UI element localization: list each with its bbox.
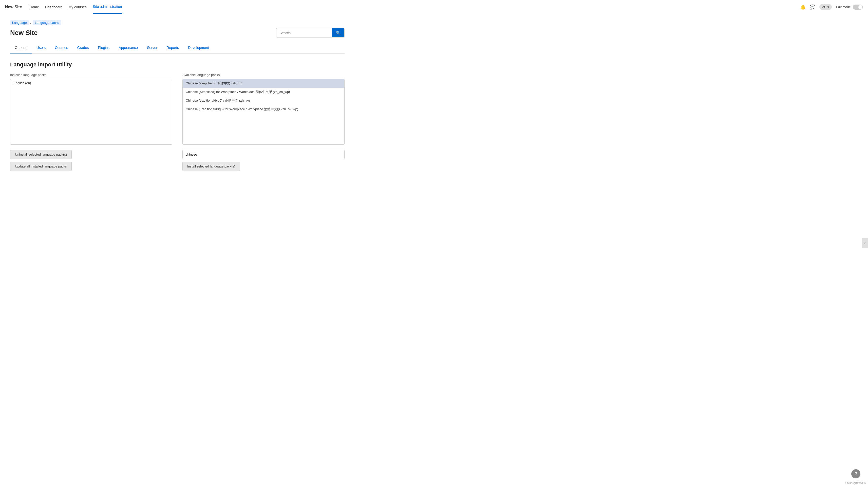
available-controls: Install selected language pack(s) [182, 150, 345, 171]
search-button[interactable]: 🔍 [332, 28, 344, 37]
buttons-row: Uninstall selected language pack(s) Upda… [10, 150, 345, 171]
tab-plugins[interactable]: Plugins [93, 42, 114, 54]
available-listbox[interactable]: Chinese (simplified) / 简体中文 (zh_cn) Chin… [182, 79, 345, 145]
breadcrumb: Language / Language packs [10, 20, 345, 25]
search-input[interactable] [276, 29, 332, 37]
list-item[interactable]: Chinese (simplified) / 简体中文 (zh_cn) [183, 79, 344, 88]
bell-icon[interactable]: 🔔 [800, 4, 806, 10]
breadcrumb-language[interactable]: Language [10, 20, 29, 25]
edit-mode-label: Edit mode [836, 5, 851, 9]
uninstall-button[interactable]: Uninstall selected language pack(s) [10, 150, 72, 159]
tab-grades[interactable]: Grades [73, 42, 93, 54]
lang-packs-container: Installed language packs English (en) Av… [10, 73, 345, 145]
search-box: 🔍 [276, 28, 345, 37]
install-button[interactable]: Install selected language pack(s) [182, 162, 240, 171]
available-panel: Available language packs Chinese (simpli… [182, 73, 345, 145]
chat-icon[interactable]: 💬 [810, 4, 815, 10]
tab-general[interactable]: General [10, 42, 32, 54]
top-nav: New Site Home Dashboard My courses Site … [0, 0, 868, 14]
chevron-down-icon: ▾ [828, 5, 829, 9]
list-item[interactable]: Chinese (traditional/big5) / 正體中文 (zh_tw… [183, 96, 344, 105]
nav-home[interactable]: Home [30, 1, 39, 14]
tab-development[interactable]: Development [183, 42, 214, 54]
tab-appearance[interactable]: Appearance [114, 42, 143, 54]
installed-panel-label: Installed language packs [10, 73, 172, 77]
tab-reports[interactable]: Reports [162, 42, 183, 54]
breadcrumb-language-packs[interactable]: Language packs [33, 20, 61, 25]
nav-site-admin[interactable]: Site administration [93, 0, 122, 14]
nav-links: Home Dashboard My courses Site administr… [30, 0, 800, 14]
section-title: Language import utility [10, 61, 345, 68]
user-initials: AU [822, 5, 827, 9]
update-all-button[interactable]: Update all installed language packs [10, 162, 72, 171]
filter-input[interactable] [182, 150, 345, 159]
available-panel-label: Available language packs [182, 73, 345, 77]
page-title: New Site [10, 29, 37, 37]
site-title: New Site [5, 5, 22, 9]
main-content: Language / Language packs New Site 🔍 Gen… [0, 14, 355, 177]
list-item[interactable]: Chinese (Traditional/Big5) for Workplace… [183, 105, 344, 114]
page-header: New Site 🔍 [10, 28, 345, 37]
installed-panel: Installed language packs English (en) [10, 73, 172, 145]
nav-my-courses[interactable]: My courses [69, 1, 87, 14]
tabs: General Users Courses Grades Plugins App… [10, 42, 345, 54]
edit-mode-switch[interactable] [853, 5, 863, 10]
tab-server[interactable]: Server [143, 42, 162, 54]
breadcrumb-separator: / [30, 21, 31, 25]
list-item[interactable]: Chinese (Simplified) for Workplace / Wor… [183, 88, 344, 96]
user-menu[interactable]: AU ▾ [819, 4, 832, 10]
installed-buttons: Uninstall selected language pack(s) Upda… [10, 150, 172, 171]
nav-right: 🔔 💬 AU ▾ Edit mode [800, 4, 863, 10]
edit-mode-toggle: Edit mode [836, 5, 863, 10]
list-item[interactable]: English (en) [10, 79, 172, 87]
nav-dashboard[interactable]: Dashboard [45, 1, 63, 14]
installed-listbox[interactable]: English (en) [10, 79, 172, 145]
tab-courses[interactable]: Courses [50, 42, 72, 54]
tab-users[interactable]: Users [32, 42, 51, 54]
